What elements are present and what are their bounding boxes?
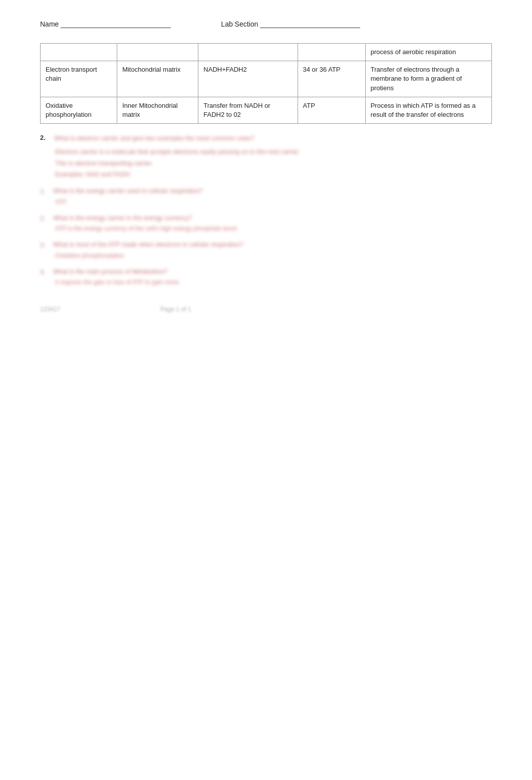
sub-question-4: 4.What is the main process of Metabolism…: [40, 267, 492, 286]
table-cell-r2-c0: Oxidative phosphorylation: [41, 97, 117, 123]
lab-field: Lab Section: [221, 20, 360, 28]
sub-question-3-row: 3.What is most of the ATP made when elec…: [40, 240, 492, 250]
sub-question-3-text: What is most of the ATP made when electr…: [53, 240, 243, 250]
footer-right: Page 1 of 1: [160, 306, 191, 313]
header: Name Lab Section: [40, 20, 492, 28]
sub-question-4-answer: It requires the gain or loss of ATP to g…: [55, 279, 492, 286]
table-cell-r0-c4: process of aerobic respiration: [365, 44, 491, 61]
table-cell-r1-c1: Mitochondrial matrix: [117, 61, 198, 97]
table-cell-r0-c1: [117, 44, 198, 61]
sub-question-3-answer: Oxidative phosphorylation: [55, 252, 492, 259]
table-cell-r2-c4: Process in which ATP is formed as a resu…: [365, 97, 491, 123]
table-cell-r1-c2: NADH+FADH2: [198, 61, 298, 97]
section2-answer-line2: This is electron transporting carrier.: [55, 159, 492, 168]
section2-number: 2.: [40, 134, 50, 143]
footer: 123417 Page 1 of 1: [40, 306, 492, 313]
table-cell-r1-c0: Electron transport chain: [41, 61, 117, 97]
table-row: Oxidative phosphorylationInner Mitochond…: [41, 97, 492, 123]
sub-question-3: 3.What is most of the ATP made when elec…: [40, 240, 492, 259]
lab-label: Lab Section: [221, 20, 258, 28]
sub-question-1: 1.What is the energy carrier used in cel…: [40, 186, 492, 206]
table-cell-r2-c3: ATP: [298, 97, 365, 123]
section2-main-question-text: What is electron carrier and give two ex…: [54, 134, 254, 143]
section2-answer-line1: Electron carrier is a molecule that acce…: [55, 147, 492, 157]
name-field: Name: [40, 20, 171, 28]
table-cell-r2-c2: Transfer from NADH or FADH2 to 02: [198, 97, 298, 123]
sub-question-1-row: 1.What is the energy carrier used in cel…: [40, 186, 492, 197]
sub-question-2-answer: ATP is the energy currency of the cell's…: [55, 225, 492, 232]
sub-q-num-4: 4.: [40, 267, 49, 277]
sub-q-num-3: 3.: [40, 240, 49, 250]
lab-underline: [260, 20, 360, 28]
table-cell-r2-c1: Inner Mitochondrial matrix: [117, 97, 198, 123]
sub-question-2: 2.What is the energy carrier in the ener…: [40, 214, 492, 233]
sub-question-1-answer: ATP: [55, 199, 492, 206]
table-cell-r0-c3: [298, 44, 365, 61]
sub-q-num-1: 1.: [40, 186, 49, 197]
sub-question-4-text: What is the main process of Metabolism?: [53, 267, 168, 277]
section2-answer-line3: Examples: NAD and FADH: [55, 170, 492, 179]
section2-main-question: 2. What is electron carrier and give two…: [40, 134, 492, 143]
main-table: process of aerobic respirationElectron t…: [40, 43, 492, 124]
table-cell-r0-c2: [198, 44, 298, 61]
sub-question-2-row: 2.What is the energy carrier in the ener…: [40, 214, 492, 224]
sub-q-num-2: 2.: [40, 214, 49, 224]
sub-question-2-text: What is the energy carrier in the energy…: [53, 214, 192, 224]
sub-questions: 1.What is the energy carrier used in cel…: [40, 186, 492, 286]
section-2: 2. What is electron carrier and give two…: [40, 134, 492, 286]
name-label: Name: [40, 20, 59, 28]
table-row: Electron transport chainMitochondrial ma…: [41, 61, 492, 97]
sub-question-4-row: 4.What is the main process of Metabolism…: [40, 267, 492, 277]
table-cell-r0-c0: [41, 44, 117, 61]
table-row: process of aerobic respiration: [41, 44, 492, 61]
table-cell-r1-c4: Transfer of electrons through a membrane…: [365, 61, 491, 97]
table-cell-r1-c3: 34 or 36 ATP: [298, 61, 365, 97]
sub-question-1-text: What is the energy carrier used in cellu…: [53, 186, 203, 197]
footer-left: 123417: [40, 306, 60, 313]
name-underline: [61, 20, 171, 28]
